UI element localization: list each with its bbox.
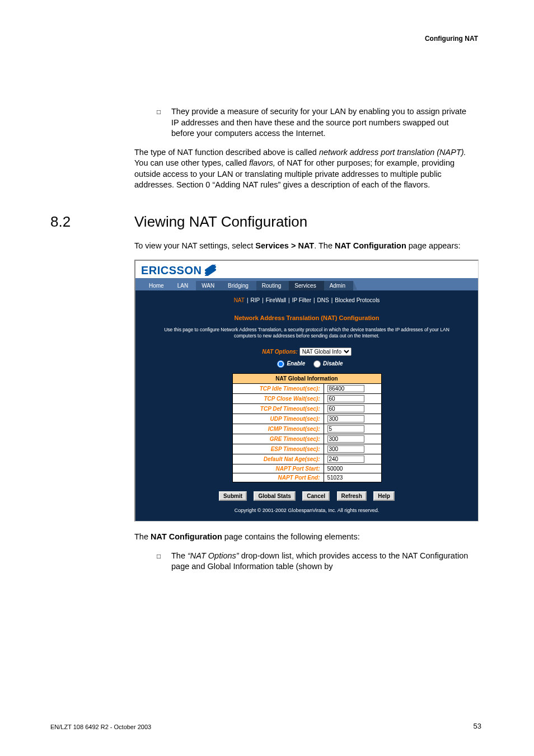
row-gre-label: GRE Timeout(sec): (232, 434, 324, 444)
panel-description: Use this page to configure Network Addre… (141, 327, 472, 340)
nat-options-select[interactable]: NAT Global Info (299, 348, 352, 356)
row-udp-label: UDP Timeout(sec): (232, 414, 324, 424)
global-stats-button[interactable]: Global Stats (254, 491, 295, 501)
tab-wan[interactable]: WAN (196, 281, 222, 290)
footer-page-number: 53 (474, 722, 481, 730)
subnav-nat[interactable]: NAT (234, 297, 245, 303)
row-tcp-close-label: TCP Close Wait(sec): (232, 394, 324, 404)
tab-services[interactable]: Services (289, 281, 324, 290)
row-icmp-label: ICMP Timeout(sec): (232, 424, 324, 434)
bullet-icon: □ (157, 552, 165, 572)
row-tcp-idle-label: TCP Idle Timeout(sec): (232, 384, 324, 394)
row-pend-label: NAPT Port End: (232, 473, 324, 482)
table-header: NAT Global Information (232, 374, 381, 384)
subnav-rip[interactable]: RIP (251, 297, 260, 303)
submit-button[interactable]: Submit (219, 491, 247, 501)
row-tcp-close-input[interactable] (327, 395, 364, 402)
section-title: Viewing NAT Configuration (134, 213, 307, 231)
cancel-button[interactable]: Cancel (302, 491, 330, 501)
row-esp-label: ESP Timeout(sec): (232, 444, 324, 454)
subnav-ipfilter[interactable]: IP Filter (292, 297, 311, 303)
intro-paragraph: To view your NAT settings, select Servic… (134, 241, 470, 252)
subnav-dns[interactable]: DNS (317, 297, 329, 303)
main-nav-tabs: Home LAN WAN Bridging Routing Services A… (135, 278, 478, 290)
bullet-icon: □ (157, 107, 165, 139)
tab-bridging[interactable]: Bridging (222, 281, 256, 290)
row-udp-input[interactable] (327, 415, 364, 422)
tab-routing[interactable]: Routing (256, 281, 289, 290)
bullet-text-1: They provide a measure of security for y… (165, 106, 470, 139)
brand-logo-icon (205, 265, 217, 276)
help-button[interactable]: Help (373, 491, 395, 501)
row-defage-label: Default Nat Age(sec): (232, 454, 324, 464)
subnav-firewall[interactable]: FireWall (266, 297, 286, 303)
enable-radio[interactable] (277, 360, 284, 368)
nat-config-screenshot: ERICSSON Home LAN WAN Bridging Routing S… (134, 260, 479, 522)
row-defage-input[interactable] (327, 456, 364, 463)
enable-label: Enable (287, 360, 305, 367)
row-icmp-input[interactable] (327, 425, 364, 433)
row-tcp-idle-input[interactable] (327, 385, 364, 392)
section-number: 8.2 (50, 213, 134, 231)
brand-logo-text: ERICSSON (141, 264, 202, 277)
nat-options-label: NAT Options: (262, 349, 298, 355)
bullet-text-2: The “NAT Options” drop-down list, which … (165, 551, 470, 572)
sub-nav: NAT|RIP|FireWall|IP Filter|DNS|Blocked P… (135, 290, 478, 309)
tab-home[interactable]: Home (143, 281, 172, 290)
panel-title: Network Address Translation (NAT) Config… (141, 314, 472, 321)
row-tcp-def-input[interactable] (327, 405, 364, 412)
disable-label: Disable (323, 360, 343, 367)
row-tcp-def-label: TCP Def Timeout(sec): (232, 404, 324, 414)
row-pstart-value: 50000 (324, 464, 381, 473)
nat-global-info-table: NAT Global Information TCP Idle Timeout(… (232, 373, 382, 482)
row-esp-input[interactable] (327, 445, 364, 453)
para-napt: The type of NAT function described above… (134, 147, 470, 191)
copyright-text: Copyright © 2001-2002 GlobespanVirata, I… (141, 508, 472, 513)
row-gre-input[interactable] (327, 435, 364, 443)
doc-header: Configuring NAT (425, 35, 478, 43)
row-pstart-label: NAPT Port Start: (232, 464, 324, 473)
row-pend-value: 51023 (324, 473, 381, 482)
subnav-blocked[interactable]: Blocked Protocols (335, 297, 380, 303)
after-screenshot-para: The NAT Configuration page contains the … (134, 532, 470, 543)
tab-admin[interactable]: Admin (324, 281, 353, 290)
refresh-button[interactable]: Refresh (337, 491, 367, 501)
disable-radio[interactable] (313, 360, 321, 368)
tab-lan[interactable]: LAN (172, 281, 196, 290)
footer-doc-id: EN/LZT 108 6492 R2 - October 2003 (50, 724, 151, 730)
